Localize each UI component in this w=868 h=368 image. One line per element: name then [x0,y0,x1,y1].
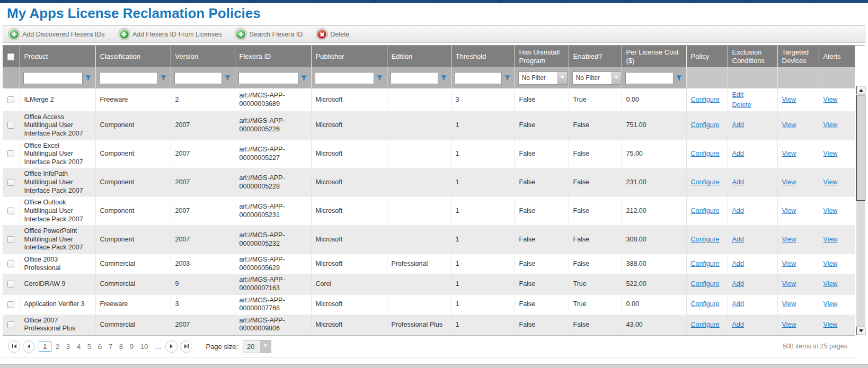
row-checkbox[interactable] [7,301,14,308]
column-header-policy[interactable]: Policy [686,46,728,67]
column-header-threshold[interactable]: Threshold [451,46,515,67]
filter-input-threshold[interactable] [455,72,502,84]
policy-configure-link[interactable]: Configure [691,121,720,129]
filter-input-edition[interactable] [391,72,438,84]
scroll-up-button[interactable] [856,86,865,94]
scroll-down-button[interactable] [856,327,865,335]
column-header-publisher[interactable]: Publisher [311,46,387,67]
filter-select-has_uninstall[interactable]: No Filter [518,71,568,85]
targeted-devices-view-link[interactable]: View [782,300,796,308]
page-number-7[interactable]: 7 [107,342,115,352]
targeted-devices-view-link[interactable]: View [782,207,796,214]
row-checkbox[interactable] [7,281,14,288]
edition-funnel-filter-icon[interactable] [440,75,448,81]
dropdown-arrow-icon[interactable] [260,340,271,353]
row-checkbox[interactable] [7,261,14,267]
exclusion-edit-link[interactable]: Edit [732,90,773,100]
alerts-view-link[interactable]: View [823,280,838,288]
add-flexera-id-from-licenses-button[interactable]: Add Flexera ID From Licenses [120,30,222,39]
filter-input-publisher[interactable] [315,72,374,84]
add-discovered-flexera-ids-button[interactable]: Add Discovered Flexera IDs [10,30,105,39]
page-number-6[interactable]: 6 [96,342,104,352]
row-checkbox[interactable] [7,208,14,214]
policy-configure-link[interactable]: Configure [691,150,720,157]
delete-button[interactable]: Delete [317,30,349,39]
page-size-select[interactable]: 20 [243,340,271,353]
page-number-4[interactable]: 4 [75,342,83,352]
row-checkbox[interactable] [7,122,14,129]
dropdown-arrow-icon[interactable] [612,72,621,84]
row-checkbox[interactable] [7,179,14,186]
row-checkbox[interactable] [7,150,14,157]
exclusion-add-link[interactable]: Add [732,121,744,129]
flexera_id-funnel-filter-icon[interactable] [300,75,308,81]
alerts-view-link[interactable]: View [823,260,838,267]
page-number-3[interactable]: 3 [64,342,73,352]
dropdown-arrow-icon[interactable] [557,72,567,84]
page-number-8[interactable]: 8 [117,342,126,352]
first-page-button[interactable] [8,340,20,353]
prev-page-button[interactable] [23,340,35,353]
column-header-cost[interactable]: Per License Cost ($) [622,46,686,67]
exclusion-add-link[interactable]: Add [732,321,744,328]
alerts-view-link[interactable]: View [823,236,838,243]
search-flexera-id-button[interactable]: Search Flexera ID [236,30,303,39]
exclusion-add-link[interactable]: Add [732,207,744,214]
product-funnel-filter-icon[interactable] [84,75,92,81]
filter-input-cost[interactable] [625,72,674,84]
column-header-flexera_id[interactable]: Flexera ID [235,46,311,67]
targeted-devices-view-link[interactable]: View [782,236,796,243]
next-page-button[interactable] [165,340,178,353]
filter-input-classification[interactable] [99,72,158,84]
column-header-edition[interactable]: Edition [387,46,451,67]
targeted-devices-view-link[interactable]: View [782,178,796,186]
row-checkbox[interactable] [7,321,14,328]
exclusion-add-link[interactable]: Add [732,300,744,308]
select-all-checkbox[interactable] [7,53,14,60]
policy-configure-link[interactable]: Configure [691,207,720,214]
row-checkbox[interactable] [7,96,14,103]
policy-configure-link[interactable]: Configure [691,236,720,243]
classification-funnel-filter-icon[interactable] [160,75,167,81]
publisher-funnel-filter-icon[interactable] [376,75,384,81]
column-header-has_uninstall[interactable]: Has Uninstall Program [515,46,569,67]
column-header-exclusion[interactable]: Exclusion Conditions [728,46,777,67]
alerts-view-link[interactable]: View [823,321,838,328]
page-number-1[interactable]: 1 [39,342,51,352]
column-header-classification[interactable]: Classification [95,46,171,67]
column-header-targeted[interactable]: Targeted Devices [777,46,819,67]
page-number-9[interactable]: 9 [128,342,136,352]
page-number-5[interactable]: 5 [85,342,94,352]
alerts-view-link[interactable]: View [823,96,838,103]
filter-select-enabled[interactable]: No Filter [572,71,622,85]
targeted-devices-view-link[interactable]: View [782,280,796,288]
alerts-view-link[interactable]: View [823,207,838,214]
filter-input-flexera_id[interactable] [238,72,298,84]
exclusion-add-link[interactable]: Add [732,236,744,243]
exclusion-add-link[interactable]: Add [732,260,744,267]
exclusion-add-link[interactable]: Add [732,150,744,157]
exclusion-delete-link[interactable]: Delete [732,100,773,110]
alerts-view-link[interactable]: View [823,121,838,129]
policy-configure-link[interactable]: Configure [691,300,720,308]
version-funnel-filter-icon[interactable] [224,75,232,81]
targeted-devices-view-link[interactable]: View [782,150,796,157]
targeted-devices-view-link[interactable]: View [782,260,796,267]
targeted-devices-view-link[interactable]: View [782,121,796,129]
cost-funnel-filter-icon[interactable] [675,75,683,81]
policy-configure-link[interactable]: Configure [691,280,720,288]
alerts-view-link[interactable]: View [823,178,838,186]
alerts-view-link[interactable]: View [823,150,838,157]
policy-configure-link[interactable]: Configure [691,260,720,267]
targeted-devices-view-link[interactable]: View [782,96,796,103]
policy-configure-link[interactable]: Configure [691,178,720,186]
column-header-version[interactable]: Version [171,46,235,67]
filter-input-product[interactable] [23,72,83,84]
row-checkbox[interactable] [7,236,14,243]
threshold-funnel-filter-icon[interactable] [503,75,511,81]
exclusion-add-link[interactable]: Add [732,280,744,288]
policy-configure-link[interactable]: Configure [691,96,720,103]
exclusion-add-link[interactable]: Add [732,178,744,186]
scrollbar-thumb[interactable] [856,95,865,201]
page-number-10[interactable]: 10 [138,342,150,352]
